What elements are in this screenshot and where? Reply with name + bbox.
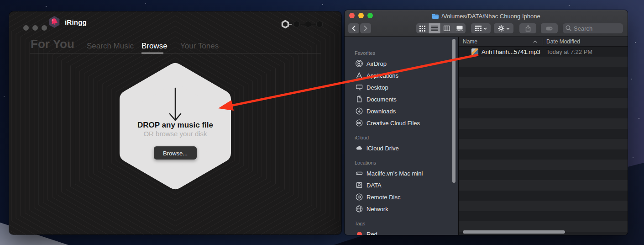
list-header: Name Date Modified [459,37,628,47]
close-button[interactable] [23,25,29,31]
group-by-button[interactable] [471,23,491,33]
downloads-icon [356,107,363,115]
airdrop-icon [356,60,363,67]
back-button[interactable] [348,23,359,33]
section-label-locations: Locations [355,160,376,165]
sidebar-item-network[interactable]: Network [356,203,450,214]
tag-button[interactable] [541,23,558,33]
iringg-logo-icon [48,16,61,28]
chevron-down-icon [506,27,510,30]
share-icon [525,25,531,32]
step-1-active[interactable] [283,21,288,28]
action-gear-button[interactable] [494,23,513,33]
sidebar-item-applications[interactable]: Applications [356,70,450,81]
active-tab-underline [141,53,163,53]
forward-button[interactable] [360,23,371,33]
applications-icon [356,72,363,79]
star [4,96,5,97]
star [46,6,47,7]
app-title: iRingg [65,18,87,26]
section-label-favorites: Favorites [355,50,375,56]
star [322,4,323,5]
zoom-button[interactable] [42,25,47,31]
star [633,157,634,158]
column-divider[interactable] [543,38,543,45]
sidebar-item-icloud-drive[interactable]: iCloud Drive [356,143,450,154]
column-header-name[interactable]: Name [463,38,477,45]
sort-ascending-icon [533,40,537,43]
sidebar-item-desktop[interactable]: Desktop [356,82,450,93]
chevron-down-icon [483,27,487,30]
search-input[interactable] [563,23,623,33]
star [569,5,570,6]
dropzone-subtitle: OR browse your disk [107,130,244,138]
file-row[interactable]: AnhThanh...5741.mp3 Today at 7:22 PM [459,47,628,57]
step-3[interactable] [305,21,311,28]
gear-icon [498,25,504,32]
share-button[interactable] [519,23,536,33]
mp3-file-icon [471,48,478,55]
sidebar-item-airdrop[interactable]: AirDrop [356,58,450,69]
finder-titlebar: /Volumes/DATA/Nhac Chuong Iphone [345,10,628,22]
remote-disc-icon [356,193,363,201]
sidebar-item-remote-disc[interactable]: Remote Disc [356,192,450,202]
list-body: AnhThanh...5741.mp3 Today at 7:22 PM [459,47,628,235]
view-switcher [416,23,466,33]
column-header-date-modified[interactable]: Date Modified [546,38,580,45]
section-label-tags: Tags [355,221,365,226]
progress-stepper[interactable] [276,18,331,30]
documents-icon [356,96,363,103]
icon-view-button[interactable] [416,23,429,33]
file-date-modified: Today at 7:22 PM [546,48,592,55]
desktop: { "desktop": { "arrow_color": "#f5341a",… [0,0,644,245]
search-icon [565,25,571,31]
creative-cloud-icon [356,119,363,127]
minimize-button[interactable] [32,25,38,31]
column-view-button[interactable] [441,23,453,33]
list-view-button[interactable] [429,23,441,33]
tab-for-you[interactable]: For You [31,37,74,51]
window-title: /Volumes/DATA/Nhac Chuong Iphone [441,13,540,20]
icloud-icon [356,144,363,152]
external-drive-icon [356,181,363,189]
sidebar-item-creative-cloud[interactable]: Creative Cloud Files [356,117,450,128]
sidebar-item-tag-red[interactable]: Red [356,229,450,235]
red-tag-icon [357,232,362,235]
browse-button[interactable]: Browse... [154,146,197,160]
iringg-window: iRingg For You Search Music Browse Your … [9,11,341,234]
file-name: AnhThanh...5741.mp3 [482,48,540,55]
star [145,3,146,4]
folder-icon [432,13,439,19]
star [635,42,636,43]
section-label-icloud: iCloud [355,135,369,140]
tab-browse[interactable]: Browse [141,42,168,51]
tab-your-tones[interactable]: Your Tones [180,42,219,51]
finder-window: /Volumes/DATA/Nhac Chuong Iphone [345,10,628,235]
step-4[interactable] [317,21,323,28]
gallery-view-button[interactable] [453,23,466,33]
search-field[interactable] [563,23,623,33]
file-list: Name Date Modified AnhThanh...5741.mp3 T… [459,37,628,235]
tab-search-music[interactable]: Search Music [87,42,134,51]
desktop-icon [356,84,363,91]
finder-sidebar: Favorites AirDrop Applications Desktop D… [345,37,459,235]
sidebar-item-mac-mini[interactable]: Maclife.vn’s Mac mini [356,168,450,179]
star [631,79,632,80]
sidebar-item-downloads[interactable]: Downloads [356,106,450,117]
sidebar-item-documents[interactable]: Documents [356,94,450,105]
sidebar-scrollbar[interactable] [452,39,456,183]
dropzone-title: DROP any music file [107,121,244,130]
sidebar-item-data-drive[interactable]: DATA [356,180,450,191]
tab-separator [30,53,321,53]
tag-icon [546,27,553,31]
window-controls[interactable] [23,25,47,31]
horizontal-scrollbar[interactable] [463,230,565,234]
star [639,118,639,119]
mac-mini-icon [356,170,363,177]
step-2[interactable] [294,21,300,28]
network-globe-icon [356,205,363,213]
